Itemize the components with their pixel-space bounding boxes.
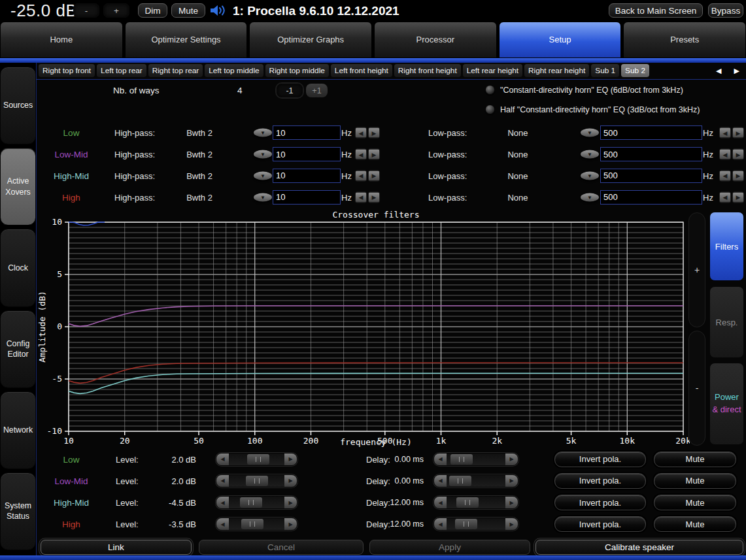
delay-slider-handle[interactable] xyxy=(455,519,477,529)
delay-slider[interactable]: ◀▶ xyxy=(433,496,518,509)
highpass-dropdown-icon[interactable]: ▼ xyxy=(254,150,272,159)
highpass-step-up-icon[interactable]: ▶ xyxy=(368,127,380,139)
channel-tab-right-front-height[interactable]: Right front height xyxy=(394,64,461,77)
level-slider-handle[interactable] xyxy=(246,476,268,486)
channel-tab-right-rear-height[interactable]: Right rear height xyxy=(524,64,589,77)
level-slider[interactable]: ◀▶ xyxy=(216,496,297,509)
delay-slider-left-icon[interactable]: ◀ xyxy=(434,518,447,530)
highpass-freq-input[interactable]: 10 xyxy=(273,190,341,205)
calibrate-speaker-button[interactable]: Calibrate speaker xyxy=(535,540,743,555)
mute-channel-button[interactable]: Mute xyxy=(654,495,736,510)
mute-channel-button[interactable]: Mute xyxy=(654,473,736,489)
horn-eq-option-2[interactable]: Half "Constant-directivity horn" EQ (3dB… xyxy=(485,105,700,114)
channel-tab-right-top-rear[interactable]: Right top rear xyxy=(148,64,203,77)
lowpass-freq-input[interactable]: 500 xyxy=(600,147,702,161)
lowpass-step-down-icon[interactable]: ◀ xyxy=(719,191,731,203)
tab-processor[interactable]: Processor xyxy=(374,22,497,58)
delay-slider[interactable]: ◀▶ xyxy=(433,474,518,487)
lowpass-dropdown-icon[interactable]: ▼ xyxy=(581,171,599,180)
channel-tab-left-top-rear[interactable]: Left top rear xyxy=(97,64,146,77)
delay-slider-handle[interactable] xyxy=(449,476,471,486)
view-response-button[interactable]: Resp. xyxy=(709,286,744,358)
delay-slider-track[interactable] xyxy=(447,518,505,530)
mute-channel-button[interactable]: Mute xyxy=(654,452,736,467)
tab-optimizer-settings[interactable]: Optimizer Settings xyxy=(125,22,248,58)
channel-tab-left-rear-height[interactable]: Left rear height xyxy=(463,64,522,77)
level-slider-handle[interactable] xyxy=(247,454,269,465)
sidebar-item-config-editor[interactable]: Config Editor xyxy=(0,310,36,388)
highpass-step-up-icon[interactable]: ▶ xyxy=(368,191,380,203)
volume-up-button[interactable]: + xyxy=(103,3,129,18)
view-filters-button[interactable]: Filters xyxy=(709,212,744,281)
delay-slider-right-icon[interactable]: ▶ xyxy=(505,518,518,530)
radio-icon[interactable] xyxy=(485,105,495,114)
channel-tab-right-top-front[interactable]: Right top front xyxy=(39,64,95,77)
sidebar-item-system-status[interactable]: System Status xyxy=(0,472,36,550)
cancel-button[interactable]: Cancel xyxy=(199,540,364,555)
delay-slider-handle[interactable] xyxy=(456,497,479,508)
delay-slider-handle[interactable] xyxy=(450,454,473,465)
horn-eq-option-1[interactable]: "Constant-directivity horn" EQ (6dB/oct … xyxy=(485,85,683,95)
level-slider-track[interactable] xyxy=(229,497,284,508)
lowpass-step-down-icon[interactable]: ◀ xyxy=(719,149,731,160)
tab-optimizer-graphs[interactable]: Optimizer Graphs xyxy=(249,22,372,58)
ways-decrement-button[interactable]: -1 xyxy=(277,84,303,97)
radio-icon[interactable] xyxy=(485,85,495,95)
level-slider-left-icon[interactable]: ◀ xyxy=(216,475,229,487)
view-power-direct-button[interactable]: Power& direct xyxy=(709,363,744,445)
lowpass-step-up-icon[interactable]: ▶ xyxy=(732,149,744,160)
highpass-freq-input[interactable]: 10 xyxy=(273,169,341,183)
channel-tab-left-front-height[interactable]: Left front height xyxy=(331,64,392,77)
highpass-step-down-icon[interactable]: ◀ xyxy=(355,191,367,203)
level-slider-track[interactable] xyxy=(229,453,284,465)
tab-setup[interactable]: Setup xyxy=(499,22,622,58)
mute-channel-button[interactable]: Mute xyxy=(654,516,736,532)
invert-polarity-button[interactable]: Invert pola. xyxy=(554,452,646,467)
channel-tab-right-top-middle[interactable]: Right top middle xyxy=(265,64,329,77)
level-slider[interactable]: ◀▶ xyxy=(216,474,297,487)
dim-button[interactable]: Dim xyxy=(138,3,167,18)
invert-polarity-button[interactable]: Invert pola. xyxy=(554,473,646,489)
lowpass-freq-input[interactable]: 500 xyxy=(600,169,702,183)
link-button[interactable]: Link xyxy=(41,540,192,555)
sidebar-item-clock[interactable]: Clock xyxy=(0,229,36,306)
lowpass-dropdown-icon[interactable]: ▼ xyxy=(581,129,599,137)
back-to-main-screen-button[interactable]: Back to Main Screen xyxy=(609,3,703,18)
delay-slider-left-icon[interactable]: ◀ xyxy=(434,453,447,465)
highpass-dropdown-icon[interactable]: ▼ xyxy=(254,171,272,180)
delay-slider-track[interactable] xyxy=(447,453,505,465)
delay-slider-track[interactable] xyxy=(447,497,505,508)
highpass-dropdown-icon[interactable]: ▼ xyxy=(254,129,272,137)
lowpass-step-up-icon[interactable]: ▶ xyxy=(732,170,744,181)
apply-button[interactable]: Apply xyxy=(369,540,530,555)
highpass-step-down-icon[interactable]: ◀ xyxy=(355,149,367,160)
invert-polarity-button[interactable]: Invert pola. xyxy=(554,516,646,532)
level-slider-track[interactable] xyxy=(229,518,284,530)
lowpass-step-down-icon[interactable]: ◀ xyxy=(719,127,731,139)
highpass-step-up-icon[interactable]: ▶ xyxy=(368,149,380,160)
delay-slider-right-icon[interactable]: ▶ xyxy=(505,453,518,465)
delay-slider[interactable]: ◀▶ xyxy=(433,518,518,531)
level-slider-track[interactable] xyxy=(229,475,284,487)
level-slider[interactable]: ◀▶ xyxy=(216,453,297,466)
channel-tab-sub-2[interactable]: Sub 2 xyxy=(621,64,649,77)
mute-button[interactable]: Mute xyxy=(171,3,205,18)
tab-presets[interactable]: Presets xyxy=(623,22,746,58)
lowpass-step-up-icon[interactable]: ▶ xyxy=(732,127,744,139)
highpass-freq-input[interactable]: 10 xyxy=(273,147,341,161)
level-slider[interactable]: ◀▶ xyxy=(216,518,297,531)
level-slider-left-icon[interactable]: ◀ xyxy=(216,453,229,465)
lowpass-dropdown-icon[interactable]: ▼ xyxy=(581,193,599,201)
delay-slider-right-icon[interactable]: ▶ xyxy=(505,475,518,487)
highpass-step-up-icon[interactable]: ▶ xyxy=(368,170,380,181)
lowpass-freq-input[interactable]: 500 xyxy=(600,125,702,140)
invert-polarity-button[interactable]: Invert pola. xyxy=(554,495,646,510)
level-slider-right-icon[interactable]: ▶ xyxy=(284,518,297,530)
channel-scroll-right-icon[interactable]: ▶ xyxy=(729,67,745,75)
sidebar-item-network[interactable]: Network xyxy=(0,391,36,469)
level-slider-right-icon[interactable]: ▶ xyxy=(284,497,297,508)
ways-increment-button[interactable]: +1 xyxy=(306,84,328,97)
level-slider-left-icon[interactable]: ◀ xyxy=(216,518,229,530)
volume-down-button[interactable]: - xyxy=(73,3,99,18)
highpass-freq-input[interactable]: 10 xyxy=(273,125,341,140)
